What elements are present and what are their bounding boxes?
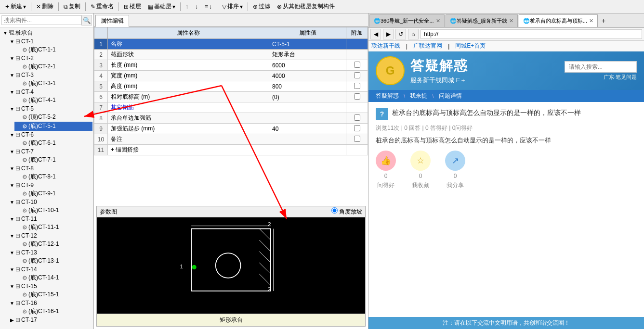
- row3-checkbox[interactable]: [354, 62, 360, 68]
- tree-item-ct2-1[interactable]: ⚙ (底)CT-2-1: [14, 62, 92, 71]
- tree-item-ct2[interactable]: ▼ ⊟ CT-2: [8, 54, 92, 62]
- delete-button[interactable]: ✕ 删除: [33, 1, 56, 12]
- copy-button[interactable]: ⧉ 复制: [61, 1, 83, 12]
- tab-360-close[interactable]: ✕: [436, 18, 440, 24]
- angle-radio[interactable]: [331, 207, 338, 214]
- tree-item-ct15-1[interactable]: ⚙ (底)CT-15-1: [14, 290, 92, 299]
- base-layer-button[interactable]: ▦ 基础层▾: [145, 1, 178, 12]
- tree-item-ct1-1[interactable]: ⚙ (底)CT-1-1: [14, 45, 92, 54]
- browser-tab-qa[interactable]: 🌐 答疑解惑_服务新干线 ✕: [446, 14, 518, 27]
- browser-back-button[interactable]: ◀: [370, 29, 381, 39]
- search-input[interactable]: [1, 15, 81, 25]
- tree-item-ct5-2[interactable]: ⚙ (顶)CT-5-2: [14, 113, 92, 122]
- table-row[interactable]: 9 加强筋起步 (mm) 40: [94, 124, 368, 134]
- browser-forward-button[interactable]: ▶: [383, 29, 394, 39]
- tree-item-ct13-1[interactable]: ⚙ (底)CT-13-1: [14, 256, 92, 266]
- tree-item-ct4[interactable]: ▼ ⊟ CT-4: [8, 88, 92, 96]
- search-button[interactable]: 🔍: [81, 15, 92, 25]
- tree-item-ct14-1[interactable]: ⚙ (底)CT-14-1: [14, 273, 92, 282]
- tree-item-ct8[interactable]: ▼ ⊟ CT-8: [8, 164, 92, 172]
- browser-refresh-button[interactable]: ↺: [395, 29, 406, 39]
- tree-item-ct9[interactable]: ▼ ⊟ CT-9: [8, 181, 92, 189]
- row6-checkbox[interactable]: [354, 93, 360, 100]
- layers-button[interactable]: ⊞ 楼层: [121, 1, 144, 12]
- sort-up-button[interactable]: ↑: [183, 2, 191, 12]
- table-row[interactable]: 8 承台单边加强筋: [94, 113, 368, 124]
- row4-checkbox[interactable]: [354, 72, 360, 78]
- add-tab-button[interactable]: +: [599, 16, 608, 25]
- row10-checkbox[interactable]: [354, 136, 360, 142]
- tree-item-ct6[interactable]: ▼ ⊟ CT-6: [8, 131, 92, 139]
- tab-pile-close[interactable]: ✕: [589, 18, 593, 24]
- tree-item-ct10[interactable]: ▼ ⊟ CT-10: [8, 198, 92, 206]
- sort-down-button[interactable]: ↓: [192, 2, 201, 12]
- left-panel: 🔍 ▼ 🏗 桩承台 ▼ ⊟ CT-1 ⚙: [0, 13, 94, 329]
- filter-button[interactable]: ▽ 排序▾: [219, 1, 246, 12]
- tree-item-ct7-1[interactable]: ⚙ (底)CT-7-1: [14, 155, 92, 164]
- tab-qa-close[interactable]: ✕: [509, 18, 513, 24]
- tab-360-icon: 🌐: [374, 18, 381, 24]
- tree-item-ct5[interactable]: ▼ ⊟ CT-5: [8, 105, 92, 113]
- row11-expand-icon[interactable]: +: [111, 146, 114, 153]
- tree-item-ct16[interactable]: ▼ ⊟ CT-16: [8, 299, 92, 307]
- tree-item-ct16-1[interactable]: ⚙ (底)CT-16-1: [14, 307, 92, 316]
- qa-nav-item-1[interactable]: 答疑解惑: [376, 92, 399, 100]
- toolbar-sep-3: [85, 2, 86, 11]
- browser-home-button[interactable]: ⌂: [408, 29, 419, 39]
- table-row[interactable]: 7 其它钢筋: [94, 102, 368, 113]
- tree-item-ct3[interactable]: ▼ ⊟ CT-3: [8, 71, 92, 79]
- tree-item-ct1[interactable]: ▼ ⊟ CT-1: [8, 38, 92, 45]
- browser-tab-pile[interactable]: 🌐 桩承台的底标高与顶标... ✕: [519, 14, 598, 27]
- qa-search-input[interactable]: [565, 61, 637, 73]
- tree-item-ct17[interactable]: ▶ ⊟ CT-17: [8, 316, 92, 324]
- qa-action-share[interactable]: ↗ 0 我分享: [445, 151, 465, 190]
- like-icon: 👍: [376, 151, 396, 171]
- tree-item-ct13[interactable]: ▼ ⊟ CT-13: [8, 249, 92, 256]
- tree-item-ct3-1[interactable]: ⚙ (底)CT-3-1: [14, 79, 92, 88]
- tree-item-ct10-1[interactable]: ⚙ (底)CT-10-1: [14, 206, 92, 215]
- tree-item-ct12[interactable]: ▼ ⊟ CT-12: [8, 232, 92, 240]
- table-row[interactable]: 5 高度 (mm) 800: [94, 81, 368, 92]
- tree-item-ct11-1[interactable]: ⚙ (底)CT-11-1: [14, 223, 92, 232]
- ct2-expand-icon[interactable]: ▼: [9, 56, 15, 61]
- tree-item-ct5-1[interactable]: ⚙ (底)CT-5-1: [14, 122, 92, 131]
- tree-root[interactable]: ▼ 🏗 桩承台: [1, 28, 92, 38]
- tree-item-ct6-1[interactable]: ⚙ (底)CT-6-1: [14, 139, 92, 148]
- ct1-expand-icon[interactable]: ▼: [9, 39, 15, 44]
- ct16-children: ⚙ (底)CT-16-1: [8, 307, 92, 316]
- qa-action-like[interactable]: 👍 0 问得好: [376, 151, 396, 190]
- table-row[interactable]: 11 + 锚固搭接: [94, 145, 368, 155]
- table-row[interactable]: 4 宽度 (mm) 4000: [94, 71, 368, 81]
- tree-item-ct8-1[interactable]: ⚙ (底)CT-8-1: [14, 172, 92, 181]
- browser-tab-360[interactable]: 🌐 360导航_新一代安全... ✕: [369, 14, 445, 27]
- link-guanglianda[interactable]: 广联达官网: [413, 42, 442, 50]
- tree-item-ct15[interactable]: ▼ ⊟ CT-15: [8, 282, 92, 290]
- rename-button[interactable]: ✎ 重命名: [88, 1, 117, 12]
- qa-nav-item-2[interactable]: 我来提: [410, 92, 427, 100]
- table-row[interactable]: 6 相对底标高 (m) (0): [94, 92, 368, 102]
- qa-action-star[interactable]: ☆ 0 我收藏: [410, 151, 431, 190]
- tree-item-ct11[interactable]: ▼ ⊟ CT-11: [8, 215, 92, 223]
- sort-button[interactable]: ≡ ↓: [202, 2, 215, 12]
- tree-item-ct12-1[interactable]: ⚙ (底)CT-12-1: [14, 240, 92, 249]
- link-lianda[interactable]: 联达新干线: [371, 42, 400, 50]
- tree-item-ct14[interactable]: ▼ ⊟ CT-14: [8, 266, 92, 273]
- tree-item-ct7[interactable]: ▼ ⊟ CT-7: [8, 148, 92, 155]
- tab-property-editor[interactable]: 属性编辑: [95, 15, 129, 27]
- table-row[interactable]: 10 备注: [94, 134, 368, 145]
- qa-nav-item-3[interactable]: 问题详情: [439, 92, 462, 100]
- row8-checkbox[interactable]: [354, 114, 360, 121]
- tree-item-ct4-1[interactable]: ⚙ (底)CT-4-1: [14, 96, 92, 105]
- link-tongcheng[interactable]: 同城E+首页: [455, 42, 486, 50]
- row9-checkbox[interactable]: [354, 125, 360, 131]
- row5-checkbox[interactable]: [354, 83, 360, 89]
- tree-item-ct9-1[interactable]: ⚙ (底)CT-9-1: [14, 189, 92, 198]
- table-row[interactable]: 2 截面形状 矩形承台: [94, 50, 368, 60]
- copy-from-button[interactable]: ⊕ 过滤: [250, 1, 273, 12]
- copy-to-button[interactable]: ⊗ 从其他楼层复制构件: [274, 1, 338, 12]
- table-row[interactable]: 1 名称 CT-5-1: [94, 39, 368, 50]
- table-row[interactable]: 3 长度 (mm) 6000: [94, 60, 368, 71]
- new-button[interactable]: ✦ 新建▾: [2, 1, 29, 12]
- root-expand-icon[interactable]: ▼: [2, 30, 9, 36]
- address-input[interactable]: [421, 29, 642, 39]
